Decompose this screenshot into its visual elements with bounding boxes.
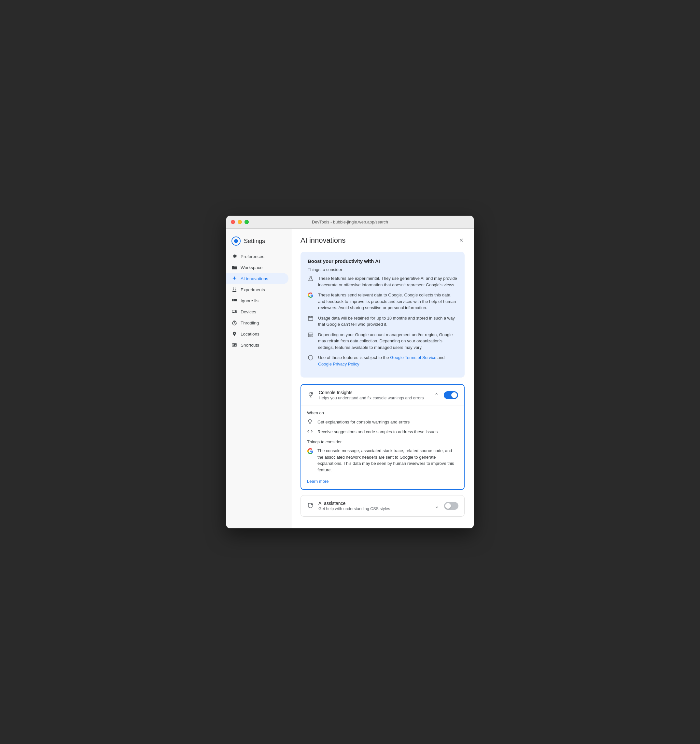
minimize-traffic-light[interactable] [238, 220, 242, 224]
calendar-icon [308, 315, 314, 322]
close-button[interactable]: × [458, 235, 465, 245]
sidebar-item-ai-innovations[interactable]: AI innovations [226, 273, 288, 284]
ai-assistance-name: AI assistance [318, 501, 430, 506]
devtools-window: DevTools - bubble-jingle.web.app/search … [226, 216, 474, 528]
info-item-5: Use of these features is subject to the … [308, 354, 458, 367]
sidebar-label-devices: Devices [241, 310, 256, 314]
window-content: Settings Preferences [226, 229, 474, 528]
info-text-2: These features send relevant data to Goo… [318, 292, 458, 311]
things-section-label: Things to consider [307, 439, 458, 444]
sidebar-item-workspace[interactable]: Workspace [226, 262, 288, 273]
info-card-title: Boost your productivity with AI [308, 258, 458, 264]
sidebar-label-ai-innovations: AI innovations [241, 276, 268, 281]
keyboard-icon [232, 342, 237, 348]
sidebar: Settings Preferences [226, 229, 291, 528]
sidebar-item-locations[interactable]: Locations [226, 328, 288, 339]
sidebar-item-throttling[interactable]: Throttling [226, 317, 288, 328]
sidebar-label-locations: Locations [241, 332, 260, 336]
sidebar-label-workspace: Workspace [241, 265, 262, 270]
svg-rect-17 [308, 316, 313, 320]
sidebar-item-devices[interactable]: Devices [226, 306, 288, 317]
console-insights-text: Console Insights Helps you understand an… [319, 390, 429, 400]
timer-icon [232, 320, 237, 326]
account-icon [308, 332, 314, 338]
console-insights-toggle[interactable] [444, 391, 458, 399]
svg-rect-13 [234, 344, 235, 345]
things-to-consider-label: Things to consider [308, 267, 458, 272]
google-thing-text: The console message, associated stack tr… [317, 448, 458, 473]
console-insights-name: Console Insights [319, 390, 429, 395]
svg-rect-4 [235, 311, 237, 312]
info-text-4: Depending on your Google account managem… [318, 332, 458, 351]
sidebar-item-ignore-list[interactable]: Ignore list [226, 295, 288, 306]
close-traffic-light[interactable] [231, 220, 235, 224]
main-content: AI innovations × Boost your productivity… [291, 229, 474, 528]
ai-assistance-card: AI assistance Get help with understandin… [300, 495, 465, 516]
info-text-5: Use of these features is subject to the … [318, 354, 458, 367]
svg-point-1 [234, 239, 238, 243]
console-insights-card: + Console Insights Helps you understand … [300, 384, 465, 490]
experimental-icon [308, 275, 314, 282]
terms-link[interactable]: Google Terms of Service [390, 355, 436, 360]
expand-button[interactable]: ⌄ [433, 501, 440, 510]
collapse-button[interactable]: ⌃ [433, 391, 440, 400]
titlebar: DevTools - bubble-jingle.web.app/search [226, 216, 474, 229]
flask-icon [232, 287, 237, 293]
lightbulb-icon [307, 418, 314, 425]
console-insights-controls: ⌃ [433, 391, 458, 400]
ai-assistance-toggle[interactable] [444, 502, 458, 510]
google-icon-1 [308, 292, 314, 299]
ai-assistance-header: AI assistance Get help with understandin… [301, 496, 464, 516]
sidebar-label-preferences: Preferences [241, 254, 265, 259]
sidebar-item-preferences[interactable]: Preferences [226, 251, 288, 262]
ai-assistance-icon [307, 502, 315, 510]
gear-icon [232, 253, 237, 259]
svg-rect-15 [233, 345, 235, 346]
google-icon-2 [307, 448, 314, 456]
sidebar-title: Settings [244, 238, 265, 245]
svg-rect-3 [232, 310, 235, 312]
sidebar-item-experiments[interactable]: Experiments [226, 284, 288, 295]
shield-icon [308, 355, 314, 361]
page-title: AI innovations [300, 236, 345, 245]
info-item-2: These features send relevant data to Goo… [308, 292, 458, 311]
when-on-item-1: Get explanations for console warnings an… [307, 418, 458, 425]
console-insights-expanded: When on Get explanations for console war… [301, 406, 464, 489]
code-icon [307, 429, 314, 435]
svg-rect-12 [233, 344, 233, 345]
when-on-item-2: Receive suggestions and code samples to … [307, 429, 458, 435]
when-on-text-1: Get explanations for console warnings an… [317, 420, 410, 424]
folder-icon [232, 265, 237, 270]
devices-icon [232, 309, 237, 315]
console-insights-desc: Helps you understand and fix console war… [319, 396, 429, 400]
console-insights-icon: + [307, 391, 315, 399]
sidebar-label-ignore-list: Ignore list [241, 298, 260, 303]
main-header: AI innovations × [300, 235, 465, 245]
learn-more-link[interactable]: Learn more [307, 479, 328, 484]
traffic-lights [231, 220, 249, 224]
devtools-logo-icon [232, 237, 241, 246]
ai-assistance-controls: ⌄ [433, 501, 458, 510]
pin-icon [232, 331, 237, 337]
sidebar-item-shortcuts[interactable]: Shortcuts [226, 339, 288, 351]
info-text-1: These features are experimental. They us… [318, 275, 458, 288]
info-card: Boost your productivity with AI Things t… [300, 252, 465, 378]
sidebar-label-experiments: Experiments [241, 287, 265, 292]
svg-point-32 [309, 420, 312, 423]
when-on-label: When on [307, 411, 458, 415]
sidebar-label-throttling: Throttling [241, 320, 259, 326]
info-text-3: Usage data will be retained for up to 18… [318, 315, 458, 328]
list-icon [232, 298, 237, 304]
sidebar-label-shortcuts: Shortcuts [241, 343, 259, 348]
info-item-3: Usage data will be retained for up to 18… [308, 315, 458, 328]
maximize-traffic-light[interactable] [245, 220, 249, 224]
ai-assistance-desc: Get help with understanding CSS styles [318, 506, 430, 511]
svg-rect-14 [235, 344, 236, 345]
console-insights-header: + Console Insights Helps you understand … [301, 385, 464, 406]
info-item-1: These features are experimental. They us… [308, 275, 458, 288]
privacy-link[interactable]: Google Privacy Policy [318, 362, 359, 366]
when-on-text-2: Receive suggestions and code samples to … [317, 429, 438, 434]
info-item-4: Depending on your Google account managem… [308, 332, 458, 351]
ai-assistance-text: AI assistance Get help with understandin… [318, 501, 430, 511]
sparkle-icon [232, 275, 237, 281]
